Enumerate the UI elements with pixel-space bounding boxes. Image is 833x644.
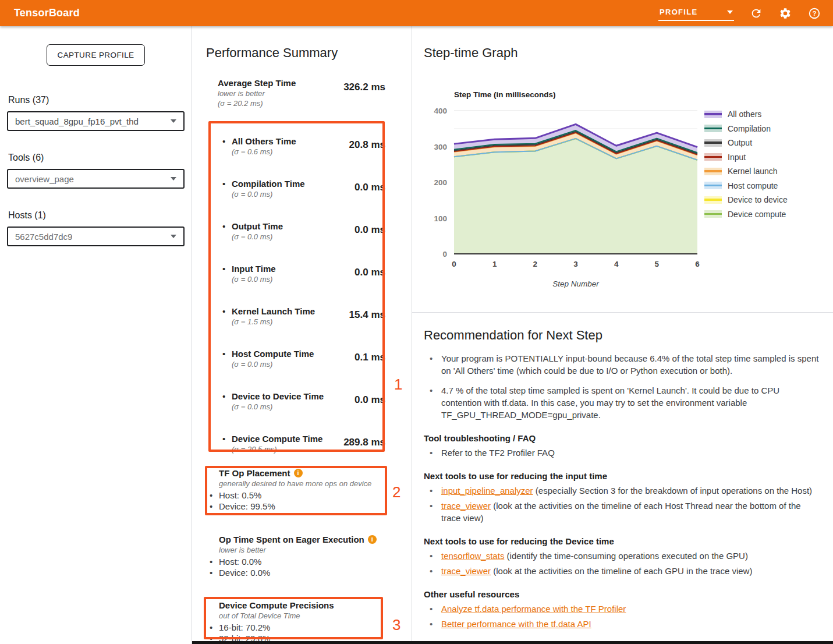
- svg-text:5: 5: [655, 260, 660, 268]
- bullet-icon: •: [222, 221, 232, 262]
- subsection-list: input_pipeline_analyzer (especially Sect…: [424, 484, 820, 524]
- svg-text:200: 200: [434, 178, 447, 187]
- metric-sigma: (σ = 20.5 ms): [232, 444, 322, 454]
- recommendation-section: Recommendation for Next Step Your progra…: [424, 320, 820, 633]
- recommendation-item: Your program is POTENTIALLY input-bound …: [424, 352, 820, 377]
- recommendation-item: 4.7 % of the total step time sampled is …: [424, 384, 820, 421]
- metric-value: 20.8 ms: [349, 136, 385, 177]
- hosts-select[interactable]: 5627c5dd7dc9: [7, 227, 185, 246]
- list-item: Host: 0.5%: [210, 490, 390, 501]
- legend-swatch-icon: [704, 125, 722, 132]
- link-better-performance-with-the-tf-data-api[interactable]: Better performance with the tf.data API: [441, 619, 591, 629]
- performance-summary-panel: Performance Summary Average Step Time lo…: [192, 26, 412, 644]
- link-input-pipeline-analyzer[interactable]: input_pipeline_analyzer: [441, 486, 533, 496]
- metric-label: Kernel Launch Time: [232, 306, 315, 317]
- annotation-number-1: 1: [394, 376, 402, 394]
- legend-swatch-icon: [704, 153, 722, 161]
- runs-label: Runs (37): [8, 95, 192, 105]
- chevron-down-icon: [727, 10, 733, 14]
- bullet-icon: •: [222, 306, 232, 347]
- legend-item-input: Input: [704, 153, 788, 162]
- svg-text:400: 400: [434, 107, 447, 115]
- bottom-scrollbar[interactable]: [192, 641, 833, 644]
- metric-value: 0.0 ms: [355, 178, 385, 220]
- chart-legend: All othersCompilationOutputInputKernel l…: [704, 109, 788, 224]
- legend-label: Compilation: [728, 124, 771, 133]
- metric-label: Device to Device Time: [232, 391, 324, 402]
- link-trace-viewer[interactable]: trace_viewer: [441, 566, 491, 576]
- legend-item-all-others: All others: [704, 109, 788, 119]
- info-icon[interactable]: i: [368, 535, 377, 544]
- recommendation-intro-list: Your program is POTENTIALLY input-bound …: [424, 352, 820, 421]
- settings-gear-icon[interactable]: [778, 6, 792, 20]
- recommendation-item: trace_viewer (look at the activities on …: [424, 565, 820, 577]
- metric-sigma: (σ = 0.0 ms): [232, 189, 305, 199]
- app-title: TensorBoard: [14, 7, 80, 19]
- help-icon[interactable]: ?: [807, 6, 821, 20]
- metric-sigma: (σ = 0.0 ms): [232, 274, 276, 284]
- device-precisions-block: Device Compute Precisions out of Total D…: [210, 600, 390, 644]
- bullet-icon: •: [222, 348, 232, 390]
- link-tensorflow-stats[interactable]: tensorflow_stats: [441, 551, 504, 561]
- average-step-time-row: Average Step Time lower is better (σ = 2…: [218, 77, 385, 108]
- runs-select[interactable]: bert_squad_8gpu_fp16_pvt_thd: [7, 111, 185, 131]
- svg-text:0: 0: [452, 260, 456, 268]
- tf-op-placement-list: Host: 0.5%Device: 99.5%: [210, 490, 390, 512]
- legend-item-device-to-device: Device to device: [704, 195, 788, 204]
- metric-label: Input Time: [232, 263, 276, 274]
- subsection-heading-next-tools-to-use-for-reducing-the-device-time: Next tools to use for reducing the Devic…: [424, 536, 820, 547]
- runs-select-value: bert_squad_8gpu_fp16_pvt_thd: [15, 116, 139, 126]
- metric-value: 15.4 ms: [349, 306, 385, 347]
- legend-item-kernel-launch: Kernel launch: [704, 167, 788, 176]
- metric-row-all-others-time: •All Others Time(σ = 0.6 ms)20.8 ms: [222, 135, 385, 177]
- legend-label: All others: [728, 109, 761, 119]
- legend-item-compilation: Compilation: [704, 124, 788, 133]
- metric-row-kernel-launch-time: •Kernel Launch Time(σ = 1.5 ms)15.4 ms: [222, 305, 385, 347]
- subsection-list: Analyze tf.data performance with the TF …: [424, 603, 820, 630]
- eager-execution-block: Op Time Spent on Eager Execution i lower…: [210, 534, 390, 578]
- dashboard-selector[interactable]: PROFILE: [658, 5, 734, 21]
- subsection-heading-next-tools-to-use-for-reducing-the-input-time: Next tools to use for reducing the input…: [424, 470, 820, 482]
- legend-item-host-compute: Host compute: [704, 181, 788, 190]
- metric-label: Average Step Time: [218, 77, 296, 89]
- subsection-heading-tool-troubleshooting-faq: Tool troubleshooting / FAQ: [424, 433, 820, 444]
- link-analyze-tf-data-performance-with-the-tf-profiler[interactable]: Analyze tf.data performance with the TF …: [441, 604, 626, 614]
- chevron-down-icon: [171, 119, 176, 123]
- eager-execution-title: Op Time Spent on Eager Execution: [219, 534, 364, 545]
- item-text: (identify the time-consuming operations …: [504, 551, 748, 561]
- metric-sigma: (σ = 0.0 ms): [232, 402, 324, 412]
- svg-text:0: 0: [442, 250, 447, 259]
- top-app-bar: TensorBoard PROFILE ?: [0, 0, 833, 26]
- metric-value: 0.0 ms: [355, 391, 385, 432]
- metric-value: 0.0 ms: [355, 221, 385, 262]
- tools-select[interactable]: overview_page: [7, 169, 185, 189]
- list-item: Device: 99.5%: [210, 501, 390, 512]
- capture-profile-button[interactable]: CAPTURE PROFILE: [47, 44, 144, 66]
- link-trace-viewer[interactable]: trace_viewer: [441, 501, 491, 511]
- chevron-down-icon: [171, 177, 176, 181]
- item-text: (especially Section 3 for the breakdown …: [533, 486, 812, 496]
- recommendation-item: input_pipeline_analyzer (especially Sect…: [424, 484, 820, 497]
- legend-swatch-icon: [704, 111, 722, 118]
- info-icon[interactable]: i: [294, 469, 303, 477]
- legend-label: Device compute: [728, 210, 786, 219]
- metric-label: Device Compute Time: [232, 433, 322, 444]
- item-text: (look at the activities on the timeline …: [491, 566, 752, 576]
- refresh-icon[interactable]: [749, 6, 763, 20]
- legend-swatch-icon: [704, 210, 722, 218]
- metric-note: lower is better: [218, 89, 296, 98]
- bullet-icon: •: [222, 263, 232, 305]
- step-time-breakdown-list: •All Others Time(σ = 0.6 ms)20.8 ms•Comp…: [222, 135, 385, 475]
- legend-swatch-icon: [704, 182, 722, 189]
- tools-select-value: overview_page: [15, 174, 74, 184]
- legend-item-output: Output: [704, 138, 788, 147]
- svg-text:4: 4: [614, 260, 619, 268]
- item-text: Refer to the TF2 Profiler FAQ: [441, 448, 555, 458]
- legend-label: Input: [728, 153, 746, 162]
- step-time-chart: Step Time (in milliseconds)0100200300400…: [430, 82, 709, 297]
- tensorboard-profile-page: TensorBoard PROFILE ? CAPTURE PROFILE Ru…: [0, 0, 833, 644]
- metric-value: 326.2 ms: [343, 77, 385, 108]
- legend-label: Host compute: [728, 181, 778, 190]
- tf-op-placement-block: TF Op Placement i generally desired to h…: [210, 468, 390, 512]
- performance-summary-title: Performance Summary: [206, 45, 338, 61]
